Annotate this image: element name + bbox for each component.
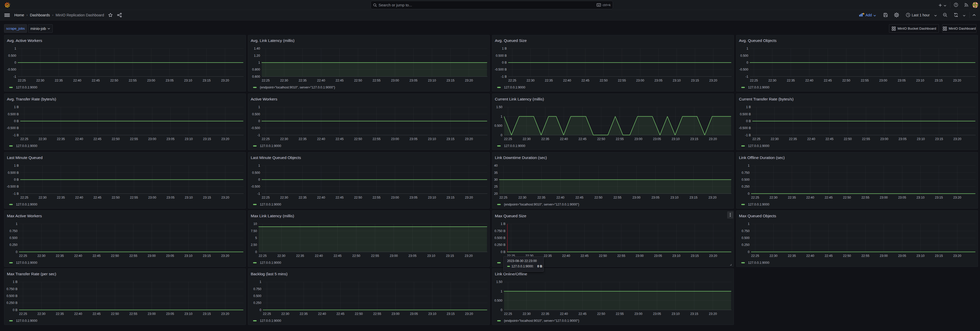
svg-text:23:05: 23:05	[654, 79, 662, 82]
svg-text:23:10: 23:10	[672, 312, 680, 316]
svg-text:23:10: 23:10	[672, 137, 680, 141]
svg-text:22:25: 22:25	[750, 79, 758, 82]
svg-text:1: 1	[14, 47, 16, 50]
svg-text:23:00: 23:00	[148, 196, 156, 199]
svg-text:127.0.0.1:9000: 127.0.0.1:9000	[16, 203, 37, 206]
svg-text:0.750: 0.750	[10, 229, 18, 233]
svg-text:23:10: 23:10	[428, 137, 436, 141]
svg-text:23:00: 23:00	[880, 196, 888, 199]
svg-text:23:05: 23:05	[166, 312, 174, 316]
svg-text:22:40: 22:40	[560, 312, 568, 316]
svg-text:22:25: 22:25	[504, 312, 512, 316]
svg-text:1: 1	[258, 105, 260, 109]
svg-text:0: 0	[747, 61, 748, 64]
svg-text:0.500: 0.500	[494, 299, 502, 302]
svg-text:0.500 B: 0.500 B	[6, 294, 18, 298]
svg-text:22:25: 22:25	[18, 79, 26, 82]
svg-text:22:25: 22:25	[752, 137, 760, 141]
svg-text:22:50: 22:50	[111, 312, 119, 316]
svg-text:22:25: 22:25	[19, 254, 27, 258]
svg-text:0.500: 0.500	[252, 113, 260, 116]
svg-text:22:55: 22:55	[129, 312, 137, 316]
svg-text:0.500: 0.500	[741, 236, 749, 240]
svg-text:22:40: 22:40	[563, 79, 571, 82]
svg-text:22:40: 22:40	[317, 137, 325, 141]
svg-text:0: 0	[16, 250, 18, 254]
svg-text:22:55: 22:55	[618, 79, 626, 82]
svg-text:22:35: 22:35	[299, 196, 307, 199]
svg-text:23:00: 23:00	[880, 254, 888, 258]
svg-text:23:20: 23:20	[221, 79, 229, 82]
svg-text:10: 10	[254, 222, 257, 226]
svg-text:-0.500: -0.500	[7, 68, 16, 71]
svg-text:23:10: 23:10	[185, 196, 193, 199]
svg-text:23:00: 23:00	[147, 79, 155, 82]
svg-text:22:25: 22:25	[21, 196, 29, 199]
svg-text:1: 1	[260, 280, 261, 284]
svg-text:40: 40	[494, 164, 498, 167]
svg-text:Last Minute Queued Objects: Last Minute Queued Objects	[251, 155, 301, 160]
svg-text:0 B: 0 B	[14, 119, 19, 123]
svg-text:0.500: 0.500	[741, 178, 749, 181]
svg-text:23:15: 23:15	[935, 137, 943, 141]
svg-text:Max Transfer Rate (per sec): Max Transfer Rate (per sec)	[7, 272, 56, 276]
svg-text:1: 1	[501, 115, 503, 118]
svg-text:22:50: 22:50	[112, 137, 119, 141]
svg-text:-1 B: -1 B	[13, 192, 19, 196]
svg-text:22:30: 22:30	[36, 79, 44, 82]
svg-text:22:30: 22:30	[523, 137, 531, 141]
svg-text:23:05: 23:05	[899, 137, 906, 141]
svg-text:127.0.0.1:9000: 127.0.0.1:9000	[16, 261, 37, 264]
svg-text:127.0.0.1:9000: 127.0.0.1:9000	[748, 261, 769, 264]
svg-text:0.500: 0.500	[252, 171, 260, 175]
svg-text:0.750 B: 0.750 B	[6, 287, 18, 291]
svg-text:Avg. Queued Objects: Avg. Queued Objects	[739, 38, 776, 43]
svg-text:22:45: 22:45	[92, 79, 100, 82]
svg-text:22:25: 22:25	[262, 137, 270, 141]
svg-text:Max Active Workers: Max Active Workers	[7, 214, 42, 218]
svg-text:22:45: 22:45	[575, 196, 583, 199]
svg-text:23:15: 23:15	[691, 79, 699, 82]
svg-text:0: 0	[255, 250, 257, 254]
svg-text:22:25: 22:25	[21, 137, 29, 141]
svg-text:23:20: 23:20	[465, 254, 473, 258]
svg-text:22:40: 22:40	[557, 196, 565, 199]
svg-text:23:05: 23:05	[898, 196, 906, 199]
svg-text:23:05: 23:05	[654, 254, 662, 258]
svg-text:23:20: 23:20	[953, 79, 961, 82]
svg-text:22:55: 22:55	[616, 312, 624, 316]
svg-text:23:15: 23:15	[447, 196, 455, 199]
svg-text:22:35: 22:35	[299, 79, 307, 82]
svg-text:22:55: 22:55	[616, 137, 624, 141]
svg-text:23:00: 23:00	[148, 137, 156, 141]
svg-text:23:20: 23:20	[465, 79, 473, 82]
svg-text:1.50: 1.50	[496, 280, 502, 284]
svg-text:23:20: 23:20	[709, 79, 717, 82]
svg-text:0.500: 0.500	[253, 294, 261, 298]
svg-text:22:40: 22:40	[75, 196, 83, 199]
svg-text:22:45: 22:45	[93, 137, 101, 141]
svg-text:23:05: 23:05	[166, 137, 174, 141]
svg-text:23:05: 23:05	[165, 79, 173, 82]
svg-text:22:50: 22:50	[354, 137, 362, 141]
svg-text:1.40: 1.40	[254, 47, 260, 50]
svg-text:{endpoint="localhost:9010", se: {endpoint="localhost:9010", server="127.…	[504, 319, 579, 323]
svg-text:22:35: 22:35	[788, 254, 796, 258]
svg-text:0: 0	[748, 250, 750, 254]
svg-text:22:50: 22:50	[352, 254, 360, 258]
svg-text:1: 1	[747, 47, 748, 50]
svg-text:-1 B: -1 B	[501, 75, 507, 78]
svg-text:1 B: 1 B	[14, 164, 19, 167]
svg-text:22:35: 22:35	[57, 196, 65, 199]
svg-text:23:05: 23:05	[409, 196, 417, 199]
svg-text:25: 25	[494, 185, 498, 188]
svg-text:23:05: 23:05	[653, 137, 661, 141]
svg-text:23:15: 23:15	[447, 312, 455, 316]
svg-text:22:25: 22:25	[262, 196, 270, 199]
svg-text:22:45: 22:45	[336, 137, 344, 141]
svg-text:22:55: 22:55	[862, 137, 870, 141]
svg-text:23:00: 23:00	[880, 137, 888, 141]
svg-text:Link Offline Duration (sec): Link Offline Duration (sec)	[739, 155, 785, 160]
svg-text:22:50: 22:50	[112, 196, 119, 199]
svg-text:22:55: 22:55	[130, 137, 138, 141]
